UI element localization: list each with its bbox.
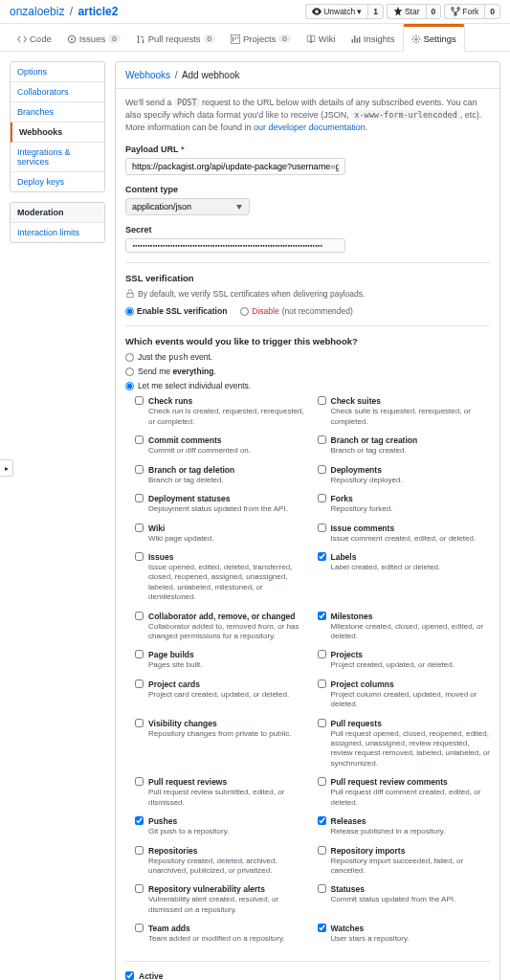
page-title: Add webhook [182,70,240,80]
graph-icon [351,34,361,44]
trigger-select-radio[interactable]: Let me select individual events. [125,381,490,390]
event-issues[interactable]: IssuesIssue opened, edited, deleted, tra… [135,552,308,603]
tab-projects[interactable]: Projects0 [223,24,299,51]
event-repositories[interactable]: RepositoriesRepository created, deleted,… [135,846,308,877]
tab-insights[interactable]: Insights [344,24,403,51]
svg-point-2 [137,34,139,36]
payload-url-label: Payload URL * [125,145,490,154]
owner-link[interactable]: onzaloebiz [10,5,64,18]
event-issue-comments[interactable]: Issue commentsIssue comment created, edi… [318,523,491,544]
trigger-push-radio[interactable]: Just the push event. [125,352,490,362]
sidebar-item-deploy-keys[interactable]: Deploy keys [11,172,104,191]
event-collaborator-add-remove-or-changed[interactable]: Collaborator add, remove, or changedColl… [135,612,308,642]
secret-input[interactable] [125,238,345,253]
event-projects[interactable]: ProjectsProject created, updated, or del… [318,650,491,670]
pull-icon [136,34,145,44]
moderation-header: Moderation [11,203,104,223]
issue-icon [67,34,77,44]
ssl-heading: SSL verification [125,273,490,283]
eye-icon [312,7,322,16]
payload-url-input[interactable] [125,158,345,175]
ssl-note: By default, we verify SSL certificates w… [125,289,490,299]
lock-icon [125,289,135,299]
trigger-everything-radio[interactable]: Send me everything. [125,367,490,376]
docs-link[interactable]: our developer documentation [254,122,366,132]
content-type-select[interactable]: application/json [125,198,250,215]
event-project-cards[interactable]: Project cardsProject card created, updat… [135,679,308,710]
ssl-enable-radio[interactable]: Enable SSL verification [125,306,227,316]
sidebar-item-collaborators[interactable]: Collaborators [11,82,104,102]
gear-icon [411,34,421,44]
tab-pulls[interactable]: Pull requests0 [128,24,223,51]
event-pull-request-reviews[interactable]: Pull request reviewsPull request review … [135,777,308,808]
event-visibility-changes[interactable]: Visibility changesRepository changes fro… [135,719,308,769]
star-icon [393,7,403,16]
event-pull-request-review-comments[interactable]: Pull request review commentsPull request… [318,777,491,808]
event-deployments[interactable]: DeploymentsRepository deployed. [318,465,491,485]
ssl-disable-radio[interactable]: Disable (not recommended) [240,306,353,316]
event-commit-comments[interactable]: Commit commentsCommit or diff commented … [135,435,308,456]
svg-point-4 [142,41,144,43]
repo-link[interactable]: article2 [78,5,118,18]
fork-count[interactable]: 0 [484,4,500,19]
event-project-columns[interactable]: Project columnsProject column created, u… [318,679,491,710]
svg-rect-7 [127,294,133,298]
tab-settings[interactable]: Settings [403,24,465,52]
breadcrumb: onzaloebiz / article2 [10,5,305,18]
sidebar-item-branches[interactable]: Branches [11,102,104,122]
tab-code[interactable]: Code [10,24,59,51]
event-check-runs[interactable]: Check runsCheck run is created, requeste… [135,396,308,427]
event-releases[interactable]: ReleasesRelease published in a repositor… [318,816,491,836]
event-statuses[interactable]: StatusesCommit status updated from the A… [318,884,491,915]
event-branch-or-tag-creation[interactable]: Branch or tag creationBranch or tag crea… [318,435,491,456]
events-question: Which events would you like to trigger t… [125,336,490,346]
fork-icon [451,7,460,16]
svg-point-1 [71,38,73,40]
webhooks-link[interactable]: Webhooks [125,70,170,80]
event-watches[interactable]: WatchesUser stars a repository. [318,924,491,944]
active-checkbox[interactable]: ActiveWe will deliver event details when… [125,971,490,980]
event-page-builds[interactable]: Page buildsPages site built. [135,650,308,670]
event-repository-vulnerability-alerts[interactable]: Repository vulnerability alertsVulnerabi… [135,884,308,915]
event-pushes[interactable]: PushesGit push to a repository. [135,816,308,836]
webhook-form: Webhooks / Add webhook We'll send a POST… [115,61,500,980]
settings-sidebar: OptionsCollaboratorsBranchesWebhooksInte… [10,61,105,980]
svg-point-6 [414,37,417,40]
event-repository-imports[interactable]: Repository importsRepository import succ… [318,846,491,877]
sidebar-item-integrations-services[interactable]: Integrations & services [11,143,104,172]
event-check-suites[interactable]: Check suitesCheck suite is requested, re… [318,396,491,427]
repo-tabs: Code Issues0 Pull requests0 Projects0 Wi… [0,24,510,52]
watch-count[interactable]: 1 [367,4,384,19]
repo-header: onzaloebiz / article2 Unwatch ▾ 1 Star 0… [0,0,510,24]
form-breadcrumb: Webhooks / Add webhook [116,62,499,89]
fork-button[interactable]: Fork [444,4,484,19]
tab-wiki[interactable]: Wiki [299,24,344,51]
sidebar-item-interaction-limits[interactable]: Interaction limits [11,223,104,242]
unwatch-button[interactable]: Unwatch ▾ [305,4,367,19]
star-button[interactable]: Star [387,4,426,19]
help-text: We'll send a POST request to the URL bel… [125,97,490,133]
tab-issues[interactable]: Issues0 [59,24,128,51]
project-icon [231,34,240,44]
event-deployment-statuses[interactable]: Deployment statusesDeployment status upd… [135,494,308,514]
event-milestones[interactable]: MilestonesMilestone created, closed, ope… [318,612,491,642]
secret-label: Secret [125,225,490,234]
event-pull-requests[interactable]: Pull requestsPull request opened, closed… [318,719,491,769]
book-icon [306,34,316,44]
event-forks[interactable]: ForksRepository forked. [318,494,491,514]
event-wiki[interactable]: WikiWiki page updated. [135,523,308,544]
settings-menu: OptionsCollaboratorsBranchesWebhooksInte… [10,61,105,192]
repo-actions: Unwatch ▾ 1 Star 0 Fork 0 [305,4,500,19]
event-labels[interactable]: LabelsLabel created, edited or deleted. [318,552,491,603]
events-grid: Check runsCheck run is created, requeste… [125,396,490,950]
sidebar-toggle[interactable]: ▸ [0,459,13,477]
sidebar-item-webhooks: Webhooks [11,122,104,143]
moderation-menu: Moderation Interaction limits [10,202,105,243]
content-type-label: Content type [125,185,490,194]
star-count[interactable]: 0 [426,4,442,19]
event-branch-or-tag-deletion[interactable]: Branch or tag deletionBranch or tag dele… [135,465,308,485]
event-team-adds[interactable]: Team addsTeam added or modified on a rep… [135,924,308,944]
sidebar-item-options[interactable]: Options [11,62,104,82]
svg-point-3 [137,41,139,43]
code-icon [17,34,27,44]
